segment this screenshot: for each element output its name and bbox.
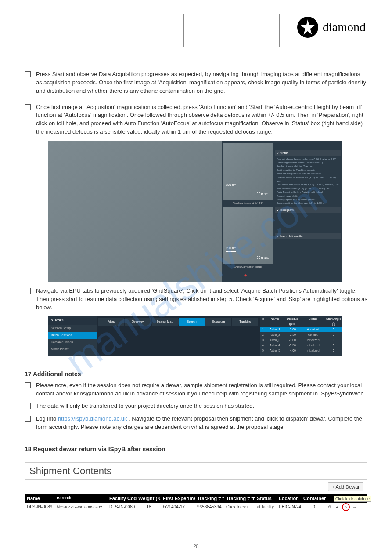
checkbox-icon — [25, 382, 31, 388]
thumb-toolbar[interactable]: −+ ⛶ ▣ 1:1 ⋮ — [224, 255, 272, 261]
positions-table: Id Name Defocus (µm) Status Start Angle … — [260, 316, 342, 356]
status-line: Exposure time for tilt angle -15° is 1.7… — [275, 201, 341, 205]
task-item[interactable]: Data Acquisition — [48, 339, 97, 346]
tracking-thumbnail: 200 nm −+ ⛶ ▣ 1:1 ⋮ — [223, 143, 273, 200]
shipment-title: Shipment Contents — [25, 463, 367, 480]
status-line: Checking column (while: Please wait…) — [275, 161, 341, 164]
checkbox-icon — [25, 416, 31, 422]
brand-name: diamond — [323, 20, 366, 34]
bullet-text: Please note, even if the session does no… — [36, 381, 367, 398]
add-dewar-button[interactable]: + Add Dewar — [328, 482, 363, 491]
status-panel: ∨ Status Current dewar levels: column = … — [275, 149, 341, 240]
checkbox-icon — [25, 288, 31, 294]
histogram-head[interactable]: ∨ Histogram — [275, 207, 341, 213]
tasks-head[interactable]: ∨ Tasks — [48, 316, 97, 325]
status-line: Auto Tracking Before Activity is started… — [275, 172, 341, 175]
status-line: Reset image shift. — [275, 194, 341, 198]
dispatch-tooltip: Click to dispatch de — [334, 496, 371, 502]
table-row[interactable]: 1Astro_1-2.00Acquired0 — [260, 327, 342, 332]
status-line: Measured reference shift (X,Y) (-2.5113,… — [275, 183, 341, 186]
section-heading: 17 Additional notes — [25, 370, 367, 378]
table-row[interactable]: 3Astro_3-3.00Initialized0 — [260, 337, 342, 343]
main-micrograph — [48, 141, 222, 282]
tab-exposure[interactable]: Exposure — [205, 318, 231, 326]
status-line: Current value of BeamShift (X,Y) (0.0014… — [275, 176, 341, 183]
table-row[interactable]: 2Astro_2-2.50Refined0 — [260, 332, 342, 337]
page-header: diamond — [0, 0, 392, 48]
correlation-caption: Cross Correlation image — [223, 265, 273, 269]
svg-marker-0 — [300, 19, 315, 35]
scale-bar: 200 nm — [226, 183, 236, 188]
status-line: Applied image shift for Tracking. — [275, 164, 341, 168]
status-line: Current dewar levels: column = 0.96, loa… — [275, 157, 341, 161]
bullet-text: Log into https://ispyb.diamond.ac.uk . N… — [36, 415, 367, 432]
status-line: Setting optics to Exposure preset. — [275, 198, 341, 201]
epu-autofocus-screenshot: 200 nm −+ ⛶ ▣ 1:1 ⋮ Tracking image at -1… — [48, 141, 342, 282]
brand-logo: diamond — [297, 17, 366, 38]
tracking-caption: Tracking image at -14.99° — [223, 201, 273, 205]
header-divider — [183, 14, 184, 47]
checkbox-icon — [25, 403, 31, 409]
bullet-text: Navigate via EPU tabs to previously acqu… — [36, 287, 367, 312]
plus-icon[interactable]: + — [334, 504, 340, 510]
transfer-icon[interactable]: → — [352, 504, 358, 510]
task-item[interactable]: Batch Positions — [48, 332, 97, 339]
section-heading: 18 Request dewar return via ISpyB after … — [25, 445, 367, 453]
epu-batch-screenshot: ∨ Tasks Session Setup Batch Positions Da… — [48, 316, 342, 356]
scale-bar: 200 nm — [226, 246, 236, 251]
table-header: Id Name Defocus (µm) Status Start Angle … — [260, 316, 342, 326]
tab-atlas[interactable]: Atlas — [98, 318, 124, 326]
checkbox-icon — [25, 71, 31, 77]
status-head[interactable]: ∨ Status — [275, 150, 341, 156]
imageinfo-head[interactable]: ∨ Image Information — [275, 233, 341, 239]
bullet-text: Press Start and observe Data Acquisition… — [36, 70, 367, 95]
shipment-table-header: Name Barcode Facility Code Weight (Kg) F… — [25, 494, 367, 503]
thumb-toolbar[interactable]: −+ ⛶ ▣ 1:1 ⋮ — [224, 192, 272, 197]
crosshair-icon: ✦ — [244, 272, 247, 279]
correlation-thumbnail: 200 nm −+ ⛶ ▣ 1:1 ⋮ — [223, 207, 273, 264]
header-divider — [234, 14, 234, 47]
status-line: Setting optics to Tracking preset. — [275, 168, 341, 172]
print-icon[interactable]: ⎙ — [326, 504, 332, 510]
task-item[interactable]: Session Setup — [48, 325, 97, 332]
bullet-text: The data will only be transferred to you… — [36, 402, 367, 410]
shipment-row[interactable]: Click to dispatch de DLS-IN-0089 bi21404… — [25, 503, 367, 511]
table-row[interactable]: 5Astro_5-4.00Initialized0 — [260, 348, 342, 353]
header-divider — [279, 14, 280, 47]
task-item[interactable]: Movie Player — [48, 346, 97, 353]
dispatch-home-icon[interactable]: ⌂ — [342, 503, 350, 511]
tasks-panel: ∨ Tasks Session Setup Batch Positions Da… — [48, 316, 97, 356]
shipment-panel: Shipment Contents + Add Dewar Name Barco… — [25, 462, 367, 511]
status-line: Accumulated shift (X,Y) (0.0032, -0.2537… — [275, 187, 341, 190]
status-line: Auto Tracking Before Activity is finishe… — [275, 190, 341, 194]
logo-icon — [297, 17, 318, 38]
tab-overview[interactable]: Overview — [125, 318, 151, 326]
document-body: Press Start and observe Data Acquisition… — [0, 48, 392, 453]
page-number: 28 — [193, 544, 198, 549]
checkbox-icon — [25, 104, 31, 110]
table-row[interactable]: 4Astro_4-3.50Initialized0 — [260, 343, 342, 348]
tab-searchmap[interactable]: Search Map — [152, 318, 178, 326]
tabs-panel: Atlas Overview Search Map Search Exposur… — [97, 316, 260, 326]
tab-tracking[interactable]: Tracking — [232, 318, 258, 326]
ispyb-link[interactable]: https://ispyb.diamond.ac.uk — [58, 415, 127, 422]
tab-search[interactable]: Search — [179, 318, 205, 326]
bullet-text: Once first image at 'Acquisition' magnif… — [36, 103, 367, 136]
